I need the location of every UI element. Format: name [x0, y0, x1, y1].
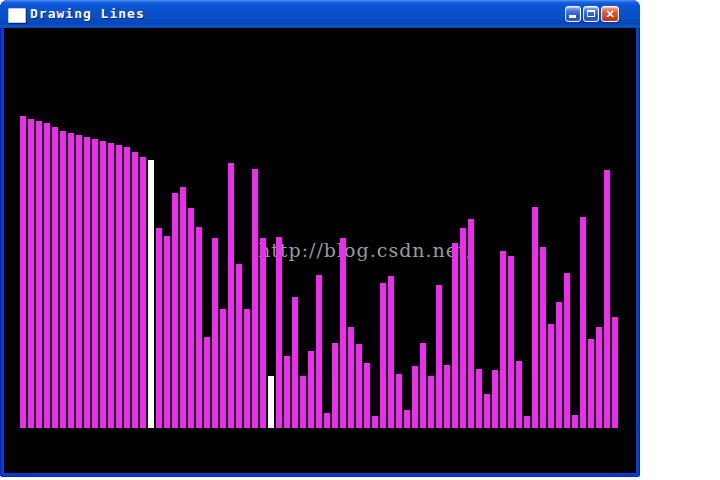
bar	[156, 228, 162, 428]
bar	[92, 139, 98, 428]
bar	[556, 302, 562, 428]
bar	[172, 193, 178, 428]
bar	[612, 317, 618, 428]
bar	[364, 363, 370, 428]
bar	[548, 324, 554, 428]
bar	[196, 227, 202, 428]
bar	[388, 276, 394, 428]
bar	[236, 264, 242, 428]
bar	[292, 297, 298, 428]
bar	[212, 238, 218, 428]
bar	[412, 366, 418, 428]
bar-highlighted	[268, 376, 274, 428]
bar-highlighted	[148, 160, 154, 428]
bar	[76, 135, 82, 428]
bar	[140, 157, 146, 428]
bar	[108, 143, 114, 428]
bar-chart	[4, 28, 636, 473]
bar	[100, 141, 106, 428]
bar	[508, 256, 514, 428]
app-icon[interactable]	[8, 8, 26, 23]
close-button[interactable]: ✕	[601, 6, 619, 22]
close-icon: ✕	[602, 7, 618, 21]
bar	[340, 238, 346, 428]
bar	[260, 238, 266, 428]
bar	[436, 285, 442, 428]
bar	[276, 237, 282, 428]
bar	[252, 169, 258, 428]
bar	[28, 119, 34, 428]
bar	[492, 370, 498, 428]
window-title: Drawing Lines	[30, 6, 145, 21]
bar	[524, 416, 530, 428]
bar	[444, 365, 450, 428]
bar	[588, 339, 594, 428]
bar	[356, 344, 362, 428]
titlebar[interactable]: Drawing Lines ✕	[0, 0, 640, 28]
bar	[596, 327, 602, 428]
bar	[132, 152, 138, 428]
bar	[572, 415, 578, 428]
maximize-icon	[587, 10, 595, 17]
bar	[332, 343, 338, 428]
bar	[52, 127, 58, 428]
bar	[484, 394, 490, 428]
bar	[180, 187, 186, 428]
desktop: Drawing Lines ✕ http://blog.csdn.net/	[0, 0, 720, 480]
bar	[124, 147, 130, 428]
bar	[220, 309, 226, 428]
bar	[580, 217, 586, 428]
bar	[316, 275, 322, 428]
bar	[372, 416, 378, 428]
bar	[60, 131, 66, 428]
bar	[68, 133, 74, 428]
bar	[20, 116, 26, 428]
bar	[348, 327, 354, 428]
bar	[164, 236, 170, 428]
bar	[468, 219, 474, 428]
bar	[420, 343, 426, 428]
minimize-icon	[569, 15, 576, 18]
bar	[228, 163, 234, 428]
bar	[204, 337, 210, 428]
bar	[516, 361, 522, 428]
bar	[604, 170, 610, 428]
bar	[540, 247, 546, 428]
bar	[460, 228, 466, 428]
bar	[324, 413, 330, 428]
bar	[404, 410, 410, 428]
minimize-button[interactable]	[565, 6, 581, 22]
bar	[380, 283, 386, 428]
bar	[84, 137, 90, 428]
bar	[428, 376, 434, 428]
maximize-button[interactable]	[583, 6, 599, 22]
bar	[500, 251, 506, 428]
drawing-canvas: http://blog.csdn.net/	[4, 28, 636, 473]
bar	[36, 121, 42, 428]
bar	[532, 207, 538, 428]
bar	[44, 123, 50, 428]
bar	[476, 369, 482, 428]
bar	[300, 376, 306, 428]
bar	[308, 351, 314, 428]
window-controls: ✕	[565, 6, 619, 22]
bar	[284, 356, 290, 428]
bar	[244, 309, 250, 428]
bar	[396, 374, 402, 428]
bar	[452, 243, 458, 428]
app-window: Drawing Lines ✕ http://blog.csdn.net/	[0, 0, 640, 477]
bar	[564, 273, 570, 428]
bar	[116, 145, 122, 428]
bar	[188, 208, 194, 428]
